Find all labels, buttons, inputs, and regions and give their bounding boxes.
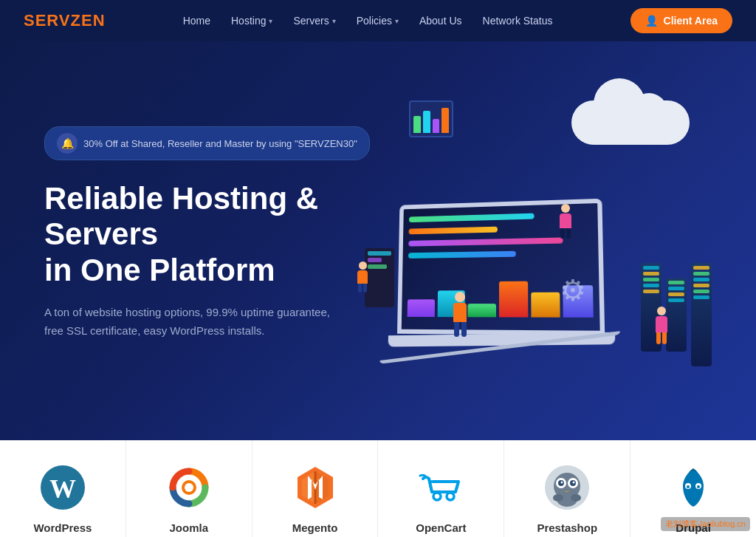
svg-point-20 [553,494,563,502]
wordpress-label: WordPress [33,521,92,534]
platform-opencart[interactable]: OpenCart [378,440,504,537]
led-2 [643,272,659,276]
led-1 [643,266,659,270]
laptop-screen [397,199,605,335]
cloud-illustration [571,86,690,145]
svg-point-18 [573,482,575,484]
nav-network-status[interactable]: Network Status [474,9,562,33]
led-3 [643,278,659,281]
nav-servers[interactable]: Servers ▾ [284,9,344,33]
led-4 [643,284,659,287]
platform-prestashop[interactable]: Prestashop [504,440,630,537]
chart-bar-4 [441,108,449,133]
platform-joomla[interactable]: Joomla [126,440,252,537]
chart-bar-2 [423,111,430,133]
server-towers [641,263,712,366]
magento-label: Megento [292,521,338,534]
svg-point-9 [433,493,441,500]
opencart-icon [417,464,464,511]
nav-policies[interactable]: Policies ▾ [348,9,408,33]
cloud-body [571,100,690,145]
magento-icon [292,464,339,511]
opencart-label: OpenCart [416,521,466,534]
policies-chevron-icon: ▾ [395,17,399,25]
prestashop-label: Prestashop [537,521,597,534]
hero-section: 🔔 30% Off at Shared, Reseller and Master… [0,41,756,440]
chart-bar-1 [413,116,421,133]
nav-links: Home Hosting ▾ Servers ▾ Policies ▾ Abou… [174,9,562,33]
wordpress-icon: W [39,464,86,511]
servers-chevron-icon: ▾ [332,17,336,25]
gear-icon: ⚙ [560,273,586,307]
person-2 [656,307,667,344]
hero-content: 🔔 30% Off at Shared, Reseller and Master… [44,126,399,341]
svg-point-21 [571,494,581,502]
drupal-icon [670,464,717,511]
led-6 [668,281,684,284]
platform-magento[interactable]: Megento [252,440,379,537]
person-1 [453,292,467,337]
nav-about[interactable]: About Us [410,9,471,33]
led-11 [693,272,709,276]
led-10 [693,266,709,270]
nav-home[interactable]: Home [174,9,219,33]
led-14 [693,290,709,293]
prestashop-icon [543,464,591,511]
user-icon: 👤 [645,15,658,27]
platforms-section: W WordPress Joomla [0,440,756,537]
hero-subtitle: A ton of website hosting options, 99.9% … [44,303,340,341]
server-unit-3 [691,263,712,366]
svg-point-25 [697,485,700,488]
nav-hosting[interactable]: Hosting ▾ [222,9,281,33]
server-unit-2 [666,278,687,352]
hero-title-line2: in One Platform [44,253,275,287]
svg-point-24 [687,485,690,488]
navbar: SERVZEN Home Hosting ▾ Servers ▾ Policie… [0,0,756,41]
svg-point-5 [185,483,193,492]
hosting-chevron-icon: ▾ [269,17,272,25]
platform-wordpress[interactable]: W WordPress [0,440,126,537]
chart-bar-3 [433,119,440,133]
led-12 [693,278,709,281]
joomla-label: Joomla [169,521,208,534]
led-7 [668,287,684,290]
person-3 [560,204,571,239]
bell-icon: 🔔 [57,133,78,154]
svg-text:W: W [49,474,76,504]
led-13 [693,284,709,287]
promo-badge: 🔔 30% Off at Shared, Reseller and Master… [44,126,370,160]
svg-point-17 [561,482,563,484]
monitor-illustration [409,100,453,137]
joomla-icon [165,464,213,511]
iso-scene: ⚙ [350,71,734,411]
led-5 [643,290,659,293]
client-area-button[interactable]: 👤 Client Area [630,8,732,33]
brand-name-part1: SERV [24,11,71,30]
hero-title: Reliable Hosting & Servers in One Platfo… [44,181,399,288]
led-15 [693,295,709,299]
client-area-label: Client Area [664,15,718,27]
brand-name-part2: ZEN [71,11,106,30]
led-9 [668,298,684,302]
watermark: 老刘博客-laoliublog.cn [661,517,750,531]
svg-point-10 [447,493,454,500]
brand-logo[interactable]: SERVZEN [24,11,106,30]
led-8 [668,293,684,296]
hero-title-line1: Reliable Hosting & Servers [44,181,318,251]
promo-text: 30% Off at Shared, Reseller and Master b… [83,138,357,149]
